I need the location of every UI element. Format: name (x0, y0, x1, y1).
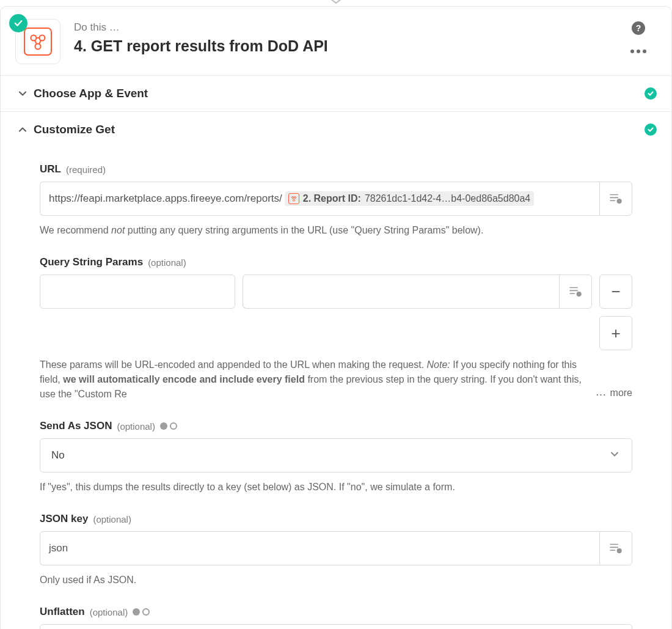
json-key-value: json (49, 542, 68, 554)
pill-value: 78261dc1-1d42-4…b4-0ed86a5d80a4 (365, 193, 530, 204)
json-key-optional-tag: (optional) (93, 514, 131, 524)
choose-app-event-section[interactable]: Choose App & Event (1, 75, 671, 111)
section-complete-icon (645, 87, 657, 100)
chevron-down-icon (608, 448, 621, 463)
unflatten-select[interactable]: yes (40, 624, 632, 629)
insert-data-button[interactable] (559, 274, 592, 309)
url-input[interactable]: https://feapi.marketplace.apps.fireeye.c… (40, 182, 599, 216)
customize-get-section[interactable]: Customize Get (1, 111, 671, 147)
unflatten-label: Unflatten (40, 606, 85, 618)
step-connector (0, 0, 672, 6)
insert-data-button[interactable] (599, 531, 632, 565)
chevron-up-icon (15, 123, 30, 136)
url-field-group: URL (required) https://feapi.marketplace… (40, 163, 632, 238)
send-json-value: No (51, 449, 65, 462)
url-mapped-pill[interactable]: 2. Report ID: 78261dc1-1d42-4…b4-0ed86a5… (285, 191, 534, 206)
webhook-pill-icon (288, 193, 299, 204)
json-key-label: JSON key (40, 513, 88, 525)
unflatten-optional-tag: (optional) (90, 607, 128, 617)
svg-point-4 (291, 197, 293, 199)
more-link[interactable]: more (610, 386, 632, 402)
step-card: Do this … 4. GET report results from DoD… (0, 6, 672, 629)
success-badge-icon (9, 14, 27, 32)
chevron-down-icon (15, 87, 30, 100)
bool-indicator-icon (133, 608, 150, 616)
svg-rect-0 (24, 28, 51, 55)
json-key-input[interactable]: json (40, 531, 599, 565)
bool-indicator-icon (160, 422, 177, 430)
app-icon-wrapper (15, 19, 60, 64)
add-param-button[interactable]: + (599, 316, 632, 350)
qsp-value-input[interactable] (243, 274, 559, 309)
send-json-select[interactable]: No (40, 438, 632, 473)
customize-form: URL (required) https://feapi.marketplace… (1, 147, 671, 629)
url-label: URL (40, 163, 61, 175)
customize-section-label: Customize Get (34, 123, 657, 136)
step-title: 4. GET report results from DoD API (74, 37, 620, 55)
unflatten-field-group: Unflatten (optional) yes By default we c… (40, 606, 632, 629)
step-subtitle: Do this … (74, 21, 620, 34)
more-menu-icon[interactable] (630, 50, 646, 53)
send-json-optional-tag: (optional) (117, 421, 155, 432)
pill-label: 2. Report ID: (303, 193, 361, 204)
url-required-tag: (required) (66, 164, 106, 175)
send-json-field-group: Send As JSON (optional) No If "yes", thi… (40, 420, 632, 495)
svg-point-5 (294, 197, 296, 199)
url-value-prefix: https://feapi.marketplace.apps.fireeye.c… (49, 193, 282, 205)
svg-point-2 (40, 35, 45, 41)
send-json-help: If "yes", this dumps the results directl… (40, 480, 632, 495)
json-key-field-group: JSON key (optional) json Only used if As… (40, 513, 632, 587)
qsp-field-group: Query String Params (optional) − + (40, 256, 632, 402)
send-json-label: Send As JSON (40, 420, 112, 432)
insert-data-button[interactable] (599, 182, 632, 216)
svg-point-1 (31, 35, 37, 41)
url-help-text: We recommend not putting any query strin… (40, 223, 632, 238)
step-header: Do this … 4. GET report results from DoD… (1, 7, 671, 75)
qsp-key-input[interactable] (40, 274, 235, 309)
json-key-help: Only used if As JSON. (40, 573, 632, 587)
ellipsis-icon: … (596, 384, 607, 402)
remove-param-button[interactable]: − (599, 274, 632, 309)
qsp-label: Query String Params (40, 256, 143, 268)
svg-point-3 (35, 44, 41, 50)
qsp-help-text: These params will be URL-encoded and app… (40, 358, 632, 402)
section-complete-icon (645, 123, 657, 136)
choose-section-label: Choose App & Event (34, 87, 657, 100)
qsp-optional-tag: (optional) (148, 257, 186, 268)
help-icon[interactable]: ? (632, 21, 645, 35)
svg-point-6 (293, 199, 294, 201)
